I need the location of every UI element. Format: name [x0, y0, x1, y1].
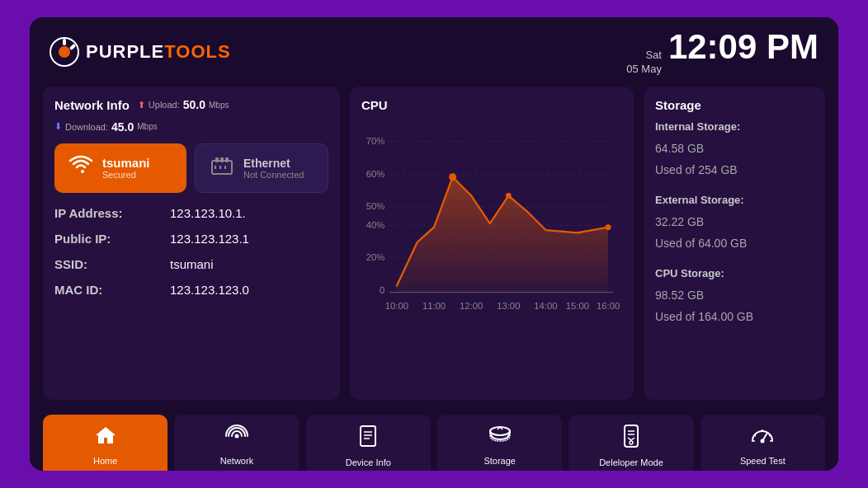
- ip-label: IP Address:: [54, 206, 170, 220]
- nav-storage[interactable]: Storage: [437, 415, 562, 471]
- wifi-card[interactable]: tsumani Secured: [54, 143, 186, 193]
- svg-rect-7: [225, 157, 229, 162]
- svg-text:40%: 40%: [366, 220, 385, 230]
- svg-rect-43: [625, 425, 638, 447]
- svg-point-46: [630, 441, 633, 444]
- storage-title: Storage: [655, 98, 814, 112]
- svg-line-51: [755, 435, 757, 436]
- time-display: 12:09 PM: [668, 27, 818, 67]
- external-storage-item: External Storage: 32.22 GB Used of 64.00…: [655, 194, 814, 252]
- ip-row: IP Address: 123.123.10.1.: [54, 206, 328, 220]
- svg-text:20%: 20%: [366, 252, 385, 262]
- download-value: 45.0: [111, 120, 134, 134]
- ethernet-name: Ethernet: [243, 157, 304, 170]
- wifi-name: tsumani: [102, 156, 150, 170]
- mac-label: MAC ID:: [54, 283, 170, 297]
- svg-text:10:00: 10:00: [385, 301, 408, 311]
- main-content: Network Info ⬆ Upload: 50.0Mbps ⬇ Downlo…: [30, 87, 838, 408]
- logo-text: PURPLETOOLS: [86, 41, 231, 63]
- date-display: Sat 05 May: [626, 49, 662, 77]
- tv-frame: PURPLETOOLS Sat 05 May 12:09 PM Network …: [30, 17, 838, 471]
- svg-point-35: [234, 434, 238, 438]
- svg-rect-5: [215, 157, 219, 162]
- wifi-info: tsumani Secured: [102, 156, 150, 180]
- ssid-value: tsumani: [170, 257, 214, 271]
- svg-rect-36: [361, 426, 375, 446]
- download-label: Download:: [65, 122, 108, 132]
- nav-home[interactable]: Home: [43, 415, 167, 471]
- network-info-panel: Network Info ⬆ Upload: 50.0Mbps ⬇ Downlo…: [43, 87, 340, 400]
- nav-speed-test[interactable]: Speed Test: [701, 415, 825, 471]
- external-storage-value: 32.22 GB Used of 64.00 GB: [655, 209, 814, 252]
- network-cards: tsumani Secured: [54, 143, 328, 193]
- internal-storage-value: 64.58 GB Used of 254 GB: [655, 136, 814, 179]
- svg-text:70%: 70%: [366, 136, 385, 146]
- svg-line-52: [769, 435, 771, 436]
- wifi-icon: [68, 153, 94, 182]
- nav-device-info[interactable]: Device Info: [306, 415, 431, 471]
- logo-icon: [50, 37, 79, 67]
- info-rows: IP Address: 123.123.10.1. Public IP: 123…: [54, 206, 328, 297]
- svg-point-33: [506, 193, 512, 199]
- device-info-icon: [359, 425, 377, 453]
- ethernet-status: Not Connected: [243, 170, 304, 180]
- svg-text:13:00: 13:00: [497, 301, 520, 311]
- public-ip-row: Public IP: 123.123.123.1: [54, 232, 328, 246]
- svg-text:15:00: 15:00: [566, 301, 589, 311]
- network-icon: [225, 425, 248, 451]
- logo: PURPLETOOLS: [50, 37, 231, 67]
- mac-value: 123.123.123.0: [170, 283, 249, 297]
- ethernet-card[interactable]: Ethernet Not Connected: [195, 143, 328, 193]
- svg-rect-6: [220, 157, 224, 162]
- internal-storage-item: Internal Storage: 64.58 GB Used of 254 G…: [655, 120, 814, 179]
- ip-value: 123.123.10.1.: [170, 206, 246, 220]
- logo-purple: PURPLE: [86, 41, 164, 62]
- public-ip-label: Public IP:: [54, 232, 170, 246]
- logo-orange: TOOLS: [164, 41, 230, 62]
- upload-info: ⬆ Upload: 50.0Mbps: [138, 98, 229, 111]
- svg-rect-2: [63, 39, 66, 45]
- nav-home-label: Home: [93, 456, 117, 466]
- svg-point-32: [449, 173, 456, 181]
- cpu-storage-value: 98.52 GB Used of 164.00 GB: [655, 283, 814, 326]
- cpu-panel: CPU 70% 60% 50% 40% 20% 0 10:00 11:00 1: [350, 87, 634, 400]
- nav-storage-label: Storage: [484, 456, 516, 466]
- svg-text:14:00: 14:00: [534, 301, 557, 311]
- upload-unit: Mbps: [209, 101, 229, 110]
- svg-text:0: 0: [380, 285, 384, 295]
- cpu-title: CPU: [361, 98, 622, 112]
- ethernet-info: Ethernet Not Connected: [243, 157, 304, 180]
- home-icon: [94, 425, 117, 451]
- bottom-nav: Home Network Dev: [30, 408, 838, 471]
- nav-network[interactable]: Network: [174, 415, 299, 471]
- svg-text:16:00: 16:00: [597, 301, 620, 311]
- public-ip-value: 123.123.123.1: [170, 232, 249, 246]
- cpu-storage-label: CPU Storage:: [655, 267, 814, 279]
- cpu-storage-item: CPU Storage: 98.52 GB Used of 164.00 GB: [655, 267, 814, 326]
- svg-point-34: [606, 224, 611, 230]
- network-info-title: Network Info: [54, 98, 130, 112]
- nav-network-label: Network: [220, 456, 253, 466]
- datetime: Sat 05 May 12:09 PM: [626, 27, 818, 77]
- svg-text:11:00: 11:00: [422, 301, 446, 311]
- download-info: ⬇ Download: 45.0Mbps: [54, 120, 158, 134]
- external-storage-label: External Storage:: [655, 194, 814, 206]
- mac-row: MAC ID: 123.123.123.0: [54, 283, 328, 297]
- upload-value: 50.0: [183, 98, 205, 111]
- ssid-row: SSID: tsumani: [54, 257, 328, 271]
- nav-device-info-label: Device Info: [346, 458, 391, 467]
- svg-text:50%: 50%: [366, 201, 385, 211]
- svg-point-48: [761, 439, 765, 443]
- network-info-header: Network Info ⬆ Upload: 50.0Mbps ⬇ Downlo…: [54, 98, 328, 134]
- wifi-status: Secured: [102, 170, 150, 180]
- cpu-chart: 70% 60% 50% 40% 20% 0 10:00 11:00 12:00 …: [361, 120, 622, 368]
- ssid-label: SSID:: [54, 257, 170, 271]
- developer-mode-icon: [622, 425, 640, 453]
- svg-rect-3: [69, 44, 76, 50]
- svg-text:12:00: 12:00: [460, 301, 483, 311]
- upload-label: Upload:: [149, 100, 180, 110]
- svg-marker-31: [397, 177, 608, 293]
- download-unit: Mbps: [137, 122, 157, 131]
- svg-point-40: [490, 427, 510, 435]
- nav-developer-mode[interactable]: Deleloper Mode: [568, 415, 693, 471]
